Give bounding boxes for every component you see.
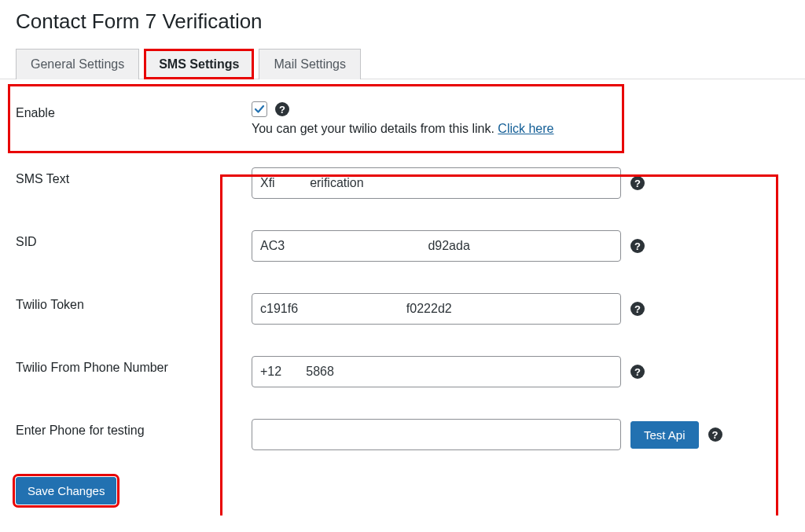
- help-icon[interactable]: ?: [708, 427, 722, 442]
- save-changes-button[interactable]: Save Changes: [16, 477, 116, 504]
- label-sms-text: SMS Text: [16, 167, 252, 186]
- row-test-phone: Enter Phone for testing Test Api ?: [16, 403, 789, 466]
- label-sid: SID: [16, 230, 252, 249]
- row-sid: SID ?: [16, 215, 789, 277]
- test-phone-input[interactable]: [252, 419, 621, 450]
- label-test-phone: Enter Phone for testing: [16, 419, 252, 438]
- help-icon[interactable]: ?: [630, 239, 645, 253]
- tabs: General Settings SMS Settings Mail Setti…: [0, 48, 805, 79]
- row-enable: Enable ? You can get your twilio details…: [9, 86, 623, 152]
- tab-mail-settings[interactable]: Mail Settings: [259, 49, 361, 79]
- row-twilio-token: Twilio Token ?: [16, 277, 789, 340]
- enable-checkbox[interactable]: [252, 101, 267, 117]
- label-enable: Enable: [16, 101, 252, 120]
- help-icon[interactable]: ?: [630, 365, 645, 379]
- test-api-button[interactable]: Test Api: [630, 421, 699, 449]
- help-icon[interactable]: ?: [630, 176, 645, 190]
- enable-hint: You can get your twilio details from thi…: [252, 122, 553, 136]
- label-twilio-token: Twilio Token: [16, 293, 252, 312]
- help-icon[interactable]: ?: [275, 102, 289, 116]
- row-twilio-from: Twilio From Phone Number ?: [16, 340, 789, 403]
- tab-sms-settings[interactable]: SMS Settings: [144, 49, 254, 79]
- twilio-details-link[interactable]: Click here: [498, 122, 553, 135]
- page-title: Contact Form 7 Verification: [16, 9, 789, 34]
- twilio-from-input[interactable]: [252, 356, 621, 387]
- twilio-token-input[interactable]: [252, 293, 621, 325]
- row-sms-text: SMS Text ?: [16, 152, 789, 215]
- help-icon[interactable]: ?: [630, 302, 645, 316]
- label-twilio-from: Twilio From Phone Number: [16, 356, 252, 375]
- sid-input[interactable]: [252, 230, 621, 262]
- sms-text-input[interactable]: [252, 167, 621, 199]
- row-save: Save Changes: [16, 466, 789, 515]
- settings-form: Enable ? You can get your twilio details…: [16, 79, 789, 515]
- tab-general-settings[interactable]: General Settings: [16, 49, 139, 79]
